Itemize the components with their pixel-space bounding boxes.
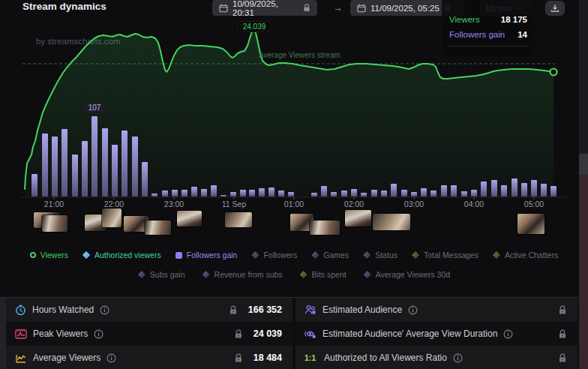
info-icon[interactable] [94,329,104,339]
followers-gain-bar[interactable] [512,178,518,196]
diamond-icon [412,251,419,259]
legend-label: Average Viewers 30d [376,270,450,279]
followers-gain-bar[interactable] [491,180,497,196]
legend-item-authorized-viewers[interactable]: Authorized viewers [82,250,161,260]
legend-item-bits-spent[interactable]: Bits spent [300,270,346,279]
legend-label: Subs gain [150,270,185,279]
followers-gain-bar[interactable] [481,182,487,196]
followers-gain-bar[interactable] [92,116,98,196]
legend-item-viewers[interactable]: Viewers [30,250,68,260]
stream-preview-thumbnail[interactable] [102,208,122,227]
followers-gain-bar[interactable] [230,192,236,196]
tooltip-viewers-label: Viewers [449,15,480,24]
stat-row-average-viewers: Average Viewers18 484 [6,346,292,369]
legend-label: Bits spent [312,270,346,279]
followers-gain-bar[interactable] [351,189,357,196]
followers-gain-bar[interactable] [52,136,58,196]
legend-label: Revenue from subs [214,270,283,279]
audience-icon [304,304,316,315]
followers-gain-bar[interactable] [240,190,246,196]
info-icon[interactable] [106,353,116,363]
legend-item-status[interactable]: Status [363,250,398,260]
stat-value: 166 352 [248,304,282,315]
followers-gain-bar[interactable] [331,192,337,196]
followers-gain-bar[interactable] [112,145,118,196]
followers-gain-bar[interactable] [391,184,397,196]
followers-gain-bar[interactable] [550,186,556,196]
followers-gain-bar[interactable] [62,129,68,196]
followers-gain-bar[interactable] [220,195,226,196]
legend-row-2: Subs gainRevenue from subsBits spentAver… [0,270,588,279]
legend-item-subs-gain[interactable]: Subs gain [138,270,185,279]
stream-preview-thumbnail[interactable] [373,214,410,230]
followers-gain-bar[interactable] [430,190,436,196]
followers-gain-bar[interactable] [501,185,507,196]
followers-gain-bar[interactable] [321,186,327,196]
followers-gain-bar[interactable] [249,190,255,196]
legend-item-total-messages[interactable]: Total Messages [412,250,478,260]
stat-label: Estimated Audience [322,304,402,315]
followers-gain-bar[interactable] [278,190,284,196]
legend-item-average-viewers-30d[interactable]: Average Viewers 30d [364,270,450,279]
followers-gain-bar[interactable] [82,141,88,196]
followers-gain-bar[interactable] [268,188,274,196]
followers-gain-bar[interactable] [521,183,527,196]
followers-gain-bar[interactable] [341,190,347,196]
stream-preview-thumbnail[interactable] [345,210,371,226]
followers-gain-bar[interactable] [32,174,38,196]
x-axis-label-02-00: 02:00 [344,200,364,208]
followers-gain-bar[interactable] [471,190,477,196]
followers-gain-bar[interactable] [361,193,367,196]
followers-gain-bar[interactable] [371,190,377,196]
info-icon[interactable] [408,305,418,315]
stream-preview-thumbnail[interactable] [177,211,202,226]
stream-dynamics-page: Stream dynamics by streamscharts.com 10/… [0,0,588,369]
legend-item-active-chatters[interactable]: Active Chatters [493,250,558,260]
followers-gain-bar[interactable] [182,190,188,196]
followers-gain-bar[interactable] [172,190,178,196]
followers-gain-bar[interactable] [311,193,317,196]
followers-gain-bar[interactable] [42,134,48,196]
tooltip-followers-label: Followers gain [449,30,505,39]
x-axis-label-03-00: 03:00 [404,200,424,208]
followers-gain-bar[interactable] [152,194,158,196]
followers-gain-bar[interactable] [381,190,387,196]
followers-gain-bar[interactable] [122,130,128,196]
stream-preview-thumbnail[interactable] [518,214,544,234]
followers-gain-bar[interactable] [102,128,108,196]
info-icon[interactable] [503,329,513,339]
followers-gain-bar[interactable] [72,154,78,196]
stat-row-estimated-audience-average-view-duration: Estimated Audience' Average View Duratio… [296,322,578,346]
info-icon[interactable] [100,305,110,315]
followers-gain-bar[interactable] [288,192,294,196]
stream-preview-thumbnail[interactable] [225,212,252,227]
stream-preview-thumbnail[interactable] [310,220,340,235]
followers-gain-bar[interactable] [441,185,447,196]
followers-gain-bar[interactable] [162,190,168,196]
followers-gain-bar[interactable] [259,188,265,196]
legend-item-games[interactable]: Games [311,250,349,260]
followers-gain-bar[interactable] [201,189,207,196]
followers-gain-bar[interactable] [132,136,138,196]
followers-gain-bar[interactable] [531,180,537,196]
legend-item-followers-gain[interactable]: Followers gain [176,250,238,260]
followers-gain-bar[interactable] [461,191,467,196]
followers-gain-bar[interactable] [191,187,197,196]
scrollbar-track [579,0,588,154]
followers-gain-bar[interactable] [142,162,148,196]
followers-gain-bar[interactable] [211,185,217,196]
followers-gain-bar[interactable] [451,185,457,196]
followers-gain-bar[interactable] [541,184,547,196]
stream-preview-thumbnail[interactable] [42,215,68,232]
followers-gain-bar[interactable] [401,190,407,196]
legend-item-followers[interactable]: Followers [251,250,297,260]
legend-item-revenue-from-subs[interactable]: Revenue from subs [202,270,283,279]
tooltip-viewers-value: 18 175 [501,15,527,24]
scrollbar-thumb[interactable] [579,154,588,175]
followers-gain-bar[interactable] [421,188,427,196]
stream-preview-thumbnail[interactable] [145,220,171,235]
followers-gain-bar[interactable] [411,192,417,196]
ratio-1-1-icon: 1:1 [304,353,318,362]
average-viewers-line-label: Average Viewers stream [259,51,340,59]
info-icon[interactable] [453,353,463,363]
